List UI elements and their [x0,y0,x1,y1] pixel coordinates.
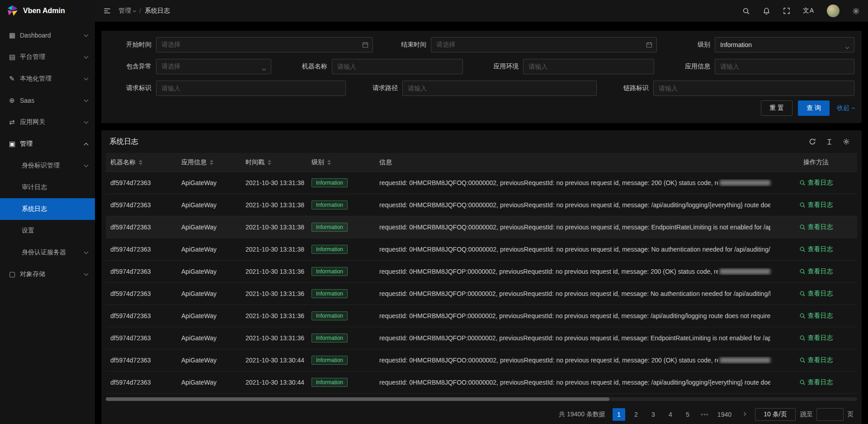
cell-level: Information [307,333,375,343]
page-number[interactable]: ••• [698,408,711,421]
field-machine-name: 机器名称 [284,59,463,74]
row-height-icon[interactable] [826,138,833,145]
sidebar-item[interactable]: ▢ 对象存储 [0,263,95,285]
view-log-label: 查看日志 [808,378,833,386]
sidebar-item[interactable]: ⊕ Saas [0,90,95,111]
sort-icon[interactable] [327,160,331,165]
trace-id-label: 链路标识 [606,84,653,92]
table-title: 系统日志 [109,137,138,147]
column-header[interactable]: 级别 [307,158,375,167]
log-table: 机器名称 应用信息 时间戳 [106,153,857,394]
level-select[interactable]: Information [715,37,854,52]
message-text: requestId: 0HMCRBM8JQFOP:00000002, previ… [379,312,770,319]
has-exception-select[interactable]: 请选择 [156,59,271,74]
view-log-link[interactable]: 查看日志 [799,334,833,342]
app-env-input[interactable] [523,59,654,74]
sidebar-item[interactable]: ⇄ 应用网关 [0,111,95,133]
app-info-input[interactable] [715,59,854,74]
breadcrumb-root-label: 管理 [118,7,131,15]
view-log-link[interactable]: 查看日志 [799,290,833,298]
collapse-label: 收起 [837,104,849,112]
column-header[interactable]: 应用信息 [177,158,241,167]
logo[interactable]: Vben Admin [0,0,95,22]
cell-action: 查看日志 [775,290,857,298]
cell-level: Information [307,311,375,320]
column-header[interactable]: 机器名称 [106,158,177,167]
table-row: df5974d72363 ApiGateWay 2021-10-30 13:31… [106,238,857,261]
view-log-link[interactable]: 查看日志 [799,223,833,231]
sidebar-item[interactable]: 设置 [0,220,95,242]
cell-action: 查看日志 [775,179,857,187]
scrollbar-thumb[interactable] [106,397,609,401]
column-header[interactable]: 时间戳 [241,158,307,167]
sidebar-item[interactable]: ✎ 本地化管理 [0,68,95,90]
query-button[interactable]: 查 询 [798,100,830,116]
cell-action: 查看日志 [775,312,857,320]
end-time-label: 结束时间 [383,41,431,49]
sidebar-item[interactable]: 身份认证服务器 [0,242,95,263]
next-page-button[interactable] [738,408,750,421]
sidebar-item[interactable]: ▣ 管理 [0,133,95,155]
page-size-select[interactable]: 10 条/页 [755,408,796,421]
message-text: requestId: 0HMCRBM8JQFOO:00000002, previ… [379,379,770,386]
sidebar-item[interactable]: 身份标识管理 [0,155,95,176]
request-path-input[interactable] [402,81,597,96]
page-number[interactable]: 5 [681,408,694,421]
reset-button[interactable]: 重 置 [761,100,793,116]
translate-icon[interactable]: 文A [803,7,814,15]
cell-level: Information [307,200,375,210]
cell-machine-name: df5974d72363 [106,290,177,297]
search-icon[interactable] [742,7,750,15]
collapse-link[interactable]: 收起 [837,104,854,112]
menu-fold-icon[interactable] [103,7,111,15]
sort-icon[interactable] [268,160,271,165]
page-number[interactable]: 2 [630,408,642,421]
column-header[interactable]: 操作方法 [775,158,857,167]
page-jump: 跳至 页 [800,408,854,421]
page-jump-input[interactable] [816,408,844,421]
horizontal-scrollbar[interactable] [106,397,857,401]
start-time-picker[interactable]: 请选择 [156,37,373,52]
view-log-link[interactable]: 查看日志 [799,378,833,386]
breadcrumb-root[interactable]: 管理 [118,7,136,15]
menu-item-label: 管理 [20,140,83,148]
menu-item-label: Dashboard [20,32,83,39]
column-header[interactable]: 信息 [375,158,775,167]
sort-icon[interactable] [139,160,142,165]
chevron-icon [83,273,89,275]
request-id-input[interactable] [156,81,346,96]
cell-machine-name: df5974d72363 [106,201,177,209]
sidebar-item[interactable]: 审计日志 [0,176,95,198]
page-number[interactable]: 1 [613,408,625,421]
sort-icon[interactable] [210,160,213,165]
notification-bell-icon[interactable] [763,7,770,15]
fullscreen-icon[interactable] [783,7,790,14]
menu-item-label: 身份标识管理 [22,162,83,170]
view-log-link[interactable]: 查看日志 [799,312,833,320]
pagination: 共 19400 条数据 12345•••1940 10 条/页 跳至 页 [106,404,857,423]
trace-id-input[interactable] [653,81,854,96]
sidebar-item[interactable]: ▤ 平台管理 [0,46,95,68]
view-log-link[interactable]: 查看日志 [799,267,833,276]
page-number[interactable]: 3 [647,408,660,421]
machine-name-input[interactable] [332,59,463,74]
table-row: df5974d72363 ApiGateWay 2021-10-30 13:30… [106,349,857,372]
sidebar-item[interactable]: 系统日志 [0,198,95,220]
column-label: 级别 [311,158,324,167]
end-time-picker[interactable]: 请选择 [431,37,657,52]
view-log-link[interactable]: 查看日志 [799,201,833,209]
cell-machine-name: df5974d72363 [106,334,177,342]
column-settings-gear-icon[interactable] [843,138,850,145]
page-number[interactable]: 1940 [716,408,733,421]
view-log-link[interactable]: 查看日志 [799,356,833,364]
sidebar-item[interactable]: ▦ Dashboard [0,24,95,46]
avatar[interactable] [827,5,840,17]
page-number[interactable]: 4 [664,408,677,421]
view-log-link[interactable]: 查看日志 [799,179,833,187]
view-log-link[interactable]: 查看日志 [799,245,833,253]
chevron-icon [83,165,89,167]
view-log-label: 查看日志 [808,179,833,187]
level-badge: Information [311,356,348,365]
refresh-icon[interactable] [809,138,816,145]
settings-gear-icon[interactable] [852,7,860,15]
